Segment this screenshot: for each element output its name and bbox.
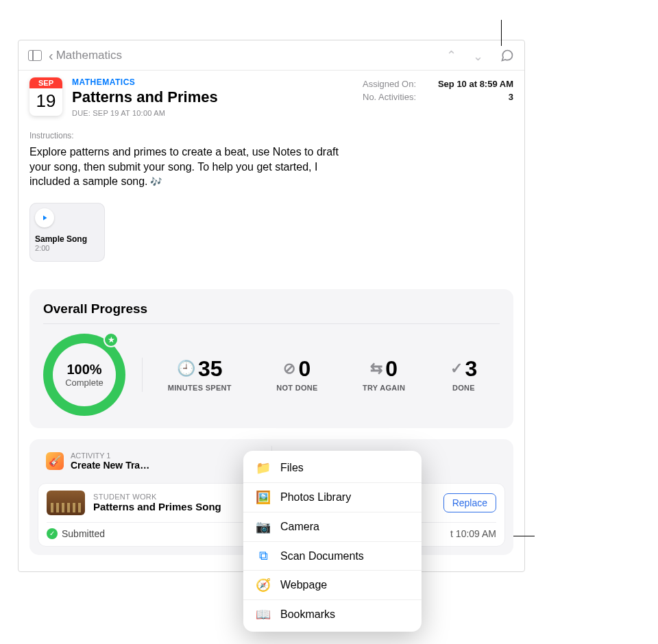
progress-title: Overall Progress: [43, 301, 500, 317]
instructions-text: Explore patterns and primes to create a …: [29, 145, 358, 189]
popover-label: Files: [280, 462, 304, 474]
activities-count-value: 3: [509, 92, 513, 102]
back-nav[interactable]: ‹ Mathematics: [49, 49, 122, 62]
top-bar: ‹ Mathematics ⌃ ⌃: [19, 40, 524, 71]
tryagain-label: TRY AGAIN: [363, 384, 405, 392]
garageband-icon: 🎸: [46, 452, 64, 470]
progress-ring: ★ 100% Complete: [43, 334, 125, 416]
attachment-duration: 2:00: [35, 244, 99, 252]
student-work-title: Patterns and Primes Song: [93, 501, 221, 512]
assigned-on-value: Sep 10 at 8:59 AM: [438, 79, 513, 89]
assigned-on-label: Assigned On:: [363, 79, 416, 89]
messages-icon[interactable]: [500, 49, 515, 62]
annotation-line: [501, 20, 502, 46]
submitted-timestamp: t 10:09 AM: [450, 528, 496, 539]
minutes-value: 35: [198, 358, 223, 380]
play-icon[interactable]: [35, 208, 54, 227]
popover-label: Camera: [280, 521, 319, 533]
activity-1-label: ACTIVITY 1: [71, 451, 149, 460]
attachment-sample-song[interactable]: Sample Song 2:00: [29, 203, 105, 262]
back-label: Mathematics: [56, 49, 122, 62]
popover-item-bookmarks[interactable]: 📖 Bookmarks: [243, 599, 422, 629]
activity-1-title: Create New Tra…: [71, 460, 149, 471]
calendar-month: SEP: [29, 77, 62, 88]
popover-label: Bookmarks: [280, 608, 335, 621]
assignment-meta: Assigned On: Sep 10 at 8:59 AM No. Activ…: [363, 77, 513, 117]
popover-label: Scan Documents: [280, 550, 364, 562]
assignment-title: Patterns and Primes: [72, 88, 363, 106]
sidebar-toggle-icon[interactable]: [28, 50, 42, 61]
done-label: DONE: [450, 384, 478, 392]
popover-item-camera[interactable]: 📷 Camera: [243, 512, 422, 541]
popover-item-webpage[interactable]: 🧭 Webpage: [243, 570, 422, 599]
star-badge-icon: ★: [103, 332, 119, 347]
activities-count-label: No. Activities:: [363, 92, 416, 102]
submitted-label: Submitted: [62, 528, 105, 539]
instructions-section: Instructions: Explore patterns and prime…: [19, 120, 524, 196]
work-thumbnail: [47, 491, 85, 515]
instructions-label: Instructions:: [29, 131, 513, 140]
clock-icon: 🕘: [177, 361, 195, 376]
assignment-header: SEP 19 MATHEMATICS Patterns and Primes D…: [19, 71, 524, 120]
popover-label: Photos Library: [280, 491, 351, 504]
popover-label: Webpage: [280, 579, 327, 591]
done-value: 3: [465, 358, 478, 380]
progress-percent: 100%: [65, 362, 103, 377]
chevron-down-icon[interactable]: ⌃: [473, 48, 483, 63]
replace-button[interactable]: Replace: [443, 493, 496, 512]
popover-item-photos[interactable]: 🖼️ Photos Library: [243, 482, 422, 512]
safari-icon: 🧭: [256, 578, 271, 593]
divider: [43, 323, 500, 324]
calendar-day: 19: [29, 88, 62, 113]
progress-complete-label: Complete: [65, 377, 103, 388]
bookmarks-icon: 📖: [256, 607, 271, 622]
notdone-icon: ⊘: [283, 361, 295, 376]
folder-icon: 📁: [256, 460, 271, 475]
student-work-label: STUDENT WORK: [93, 493, 221, 501]
assignment-category: MATHEMATICS: [72, 77, 363, 87]
notdone-value: 0: [298, 358, 310, 380]
tryagain-value: 0: [385, 358, 398, 380]
calendar-badge: SEP 19: [29, 77, 62, 116]
photo-icon: 🖼️: [256, 490, 271, 505]
camera-icon: 📷: [256, 519, 271, 534]
activity-1[interactable]: 🎸 ACTIVITY 1 Create New Tra…: [38, 446, 271, 476]
attachment-name: Sample Song: [35, 234, 99, 244]
chevron-up-icon[interactable]: ⌃: [446, 48, 456, 63]
tryagain-icon: ⇆: [370, 361, 382, 376]
popover-item-files[interactable]: 📁 Files: [243, 454, 422, 482]
done-check-icon: ✓: [450, 361, 463, 376]
minutes-label: MINUTES SPENT: [168, 384, 232, 392]
popover-item-scan[interactable]: ⧉ Scan Documents: [243, 541, 422, 570]
replace-source-popover: 📁 Files 🖼️ Photos Library 📷 Camera ⧉ Sca…: [243, 451, 422, 632]
overall-progress-card: Overall Progress ★ 100% Complete 🕘35 MIN…: [29, 289, 513, 428]
submitted-check-icon: ✓: [47, 528, 58, 539]
notdone-label: NOT DONE: [276, 384, 317, 392]
chevron-left-icon: ‹: [49, 49, 53, 62]
scan-icon: ⧉: [256, 549, 271, 563]
assignment-due: DUE: SEP 19 AT 10:00 AM: [72, 109, 363, 117]
